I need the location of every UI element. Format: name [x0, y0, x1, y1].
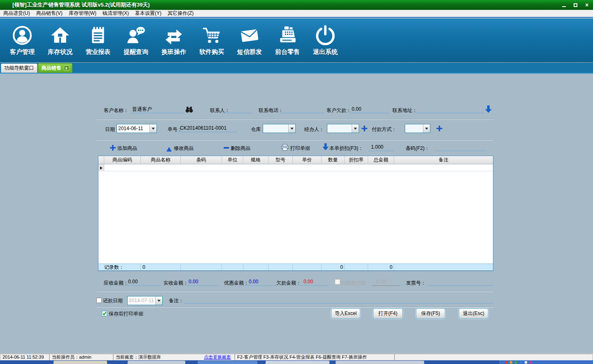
toolbar-business-report[interactable]: 营业报表: [79, 19, 117, 62]
switch-account-link[interactable]: 点击更换账套: [204, 354, 231, 360]
prepay-checkbox: [335, 279, 340, 285]
open-button[interactable]: 打开(F4): [373, 308, 403, 319]
add-operator-icon[interactable]: [362, 126, 367, 133]
delete-item-button[interactable]: 删除商品: [231, 145, 250, 152]
toolbar-shift-operation[interactable]: 换班操作: [155, 19, 193, 62]
discount-input[interactable]: 1.000: [369, 144, 393, 151]
tab-function-navigation[interactable]: 功能导航窗口: [1, 63, 37, 73]
save-button[interactable]: 保存(F5): [416, 308, 445, 319]
chevron-down-icon[interactable]: [352, 124, 359, 133]
search-customer-icon[interactable]: [185, 106, 193, 114]
purchase-icon: [201, 23, 222, 48]
add-item-icon[interactable]: [110, 145, 116, 152]
collapse-down-icon[interactable]: [322, 143, 329, 152]
toolbar-exit-system[interactable]: 退出系统: [306, 19, 344, 62]
add-item-button[interactable]: 添加商品: [117, 145, 137, 152]
edit-item-icon[interactable]: [166, 146, 172, 153]
col-header[interactable]: 总金额: [368, 156, 394, 164]
taskbar-item[interactable]: [266, 361, 329, 364]
add-payment-icon[interactable]: [437, 126, 442, 133]
chevron-down-icon[interactable]: [288, 124, 295, 133]
toolbar-sms-broadcast[interactable]: 短信群发: [231, 19, 268, 62]
repay-date-checkbox[interactable]: [96, 298, 102, 303]
tab-close-icon[interactable]: x: [64, 65, 69, 71]
taskbar-item[interactable]: [198, 361, 257, 364]
toolbar-pos-retail[interactable]: 前台零售: [268, 19, 306, 62]
memo-input[interactable]: [184, 296, 493, 303]
col-header[interactable]: 商品名称: [141, 156, 181, 164]
menu-other[interactable]: 其它操作(Z): [168, 10, 194, 17]
memo-label: 备注：: [169, 297, 184, 304]
row-arrow-icon: [100, 166, 103, 170]
summary-cell: [268, 264, 293, 271]
col-header[interactable]: 条码: [181, 156, 222, 164]
reminder-icon: [126, 23, 146, 48]
print-doc-button[interactable]: 打印单据: [290, 145, 310, 152]
tray-icon[interactable]: [525, 361, 527, 364]
barcode-input[interactable]: [435, 144, 487, 151]
contact-input[interactable]: [222, 106, 252, 113]
title-bar: [领智]工业生产销售管理系统 试用版v5.2(试用期还有39天) ×: [0, 0, 593, 10]
status-account: 当前账套：演示数据库 点击更换账套: [113, 354, 235, 361]
toolbar-label: 营业报表: [86, 48, 110, 56]
menu-sales[interactable]: 商品销售(V): [36, 10, 63, 17]
separator: [97, 307, 493, 308]
taskbar-item[interactable]: [54, 361, 107, 364]
discount-amount-input[interactable]: 0.00: [245, 278, 278, 286]
tray-icon[interactable]: [530, 361, 532, 364]
tray-icon[interactable]: [505, 361, 507, 364]
col-header[interactable]: 单位: [222, 156, 243, 164]
tray-icon[interactable]: [520, 361, 522, 364]
toolbar-software-purchase[interactable]: 软件购买: [193, 19, 231, 62]
col-header[interactable]: 商品编码: [104, 156, 141, 164]
table-row[interactable]: [98, 164, 493, 171]
phone-input[interactable]: [282, 106, 324, 113]
menu-cashflow[interactable]: 钱流管理(X): [103, 10, 129, 17]
toolbar-reminder-query[interactable]: 提醒查询: [117, 19, 155, 62]
print-after-save-checkbox[interactable]: [102, 311, 107, 316]
address-label: 联系地址：: [392, 107, 417, 114]
taskbar-item[interactable]: [336, 361, 424, 364]
col-header[interactable]: 单价: [293, 156, 322, 164]
invoice-input[interactable]: [427, 278, 493, 286]
edit-item-button[interactable]: 修改商品: [174, 145, 194, 152]
tab-product-sales[interactable]: 商品销售 x: [38, 63, 72, 73]
address-input[interactable]: [415, 106, 484, 113]
chevron-down-icon[interactable]: [149, 124, 156, 133]
col-header[interactable]: 数量: [322, 156, 345, 164]
delete-item-icon[interactable]: [224, 147, 229, 149]
repay-date-combobox: 2014-07-11: [127, 296, 163, 305]
menu-inventory[interactable]: 库存管理(W): [69, 10, 96, 17]
col-header[interactable]: 规格: [243, 156, 268, 164]
exit-button[interactable]: 退出(Esc): [459, 308, 488, 319]
payment-combobox[interactable]: [405, 124, 430, 133]
chevron-down-icon[interactable]: [423, 124, 430, 133]
expand-down-icon[interactable]: [485, 105, 492, 114]
date-combobox[interactable]: 2014-06-11: [117, 124, 157, 133]
row-indicator-header: [98, 156, 104, 164]
table-body[interactable]: [98, 164, 493, 264]
col-header[interactable]: 备注: [394, 156, 493, 164]
operator-label: 经办人：: [304, 126, 324, 133]
toolbar-inventory-status[interactable]: 库存状况: [41, 19, 79, 62]
received-input[interactable]: 0.00: [185, 278, 218, 286]
discount-amount-label: 优惠金额：: [224, 279, 249, 287]
menu-purchase[interactable]: 商品进货(U): [3, 10, 30, 17]
customer-name-input[interactable]: 普通客户: [131, 106, 184, 113]
taskbar-item[interactable]: [128, 361, 185, 364]
qty-total-value: 0: [322, 264, 345, 271]
status-datetime: 2014-06-11 11:52:39: [0, 354, 49, 361]
maximize-button[interactable]: [572, 2, 578, 8]
tray-icon[interactable]: [515, 361, 517, 364]
operator-combobox[interactable]: [327, 124, 359, 133]
warehouse-combobox[interactable]: [263, 124, 296, 133]
menu-settings[interactable]: 基本设置(Y): [135, 10, 161, 17]
col-header[interactable]: 折扣率: [345, 156, 368, 164]
col-header[interactable]: 型号: [268, 156, 293, 164]
print-icon[interactable]: [281, 144, 289, 152]
tray-icon[interactable]: [510, 361, 512, 364]
close-button[interactable]: ×: [584, 2, 590, 8]
minimize-button[interactable]: [561, 2, 567, 8]
import-excel-button[interactable]: 导入Excel: [331, 308, 360, 319]
toolbar-customer-management[interactable]: 客户管理: [3, 19, 41, 62]
